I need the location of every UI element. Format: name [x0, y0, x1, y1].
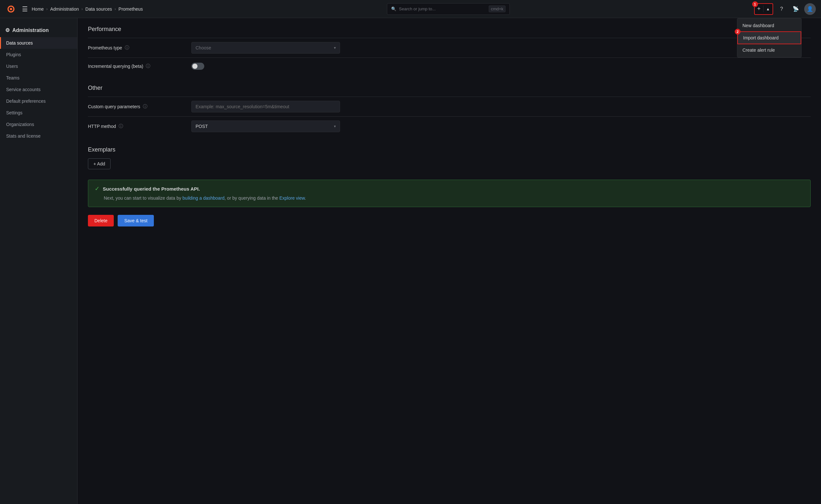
- topbar: ☰ Home › Administration › Data sources ›…: [0, 0, 821, 18]
- menu-item-create-alert-rule[interactable]: Create alert rule: [737, 44, 801, 56]
- action-bar: Delete Save & test: [88, 215, 811, 237]
- sidebar-item-teams[interactable]: Teams: [0, 72, 77, 84]
- grafana-logo: [5, 3, 17, 15]
- gear-icon: ⚙: [5, 27, 10, 33]
- sidebar-title-label: Administration: [12, 27, 49, 33]
- chevron-down-icon: ▲: [763, 7, 773, 11]
- sidebar-item-service-accounts[interactable]: Service accounts: [0, 84, 77, 95]
- menu-item-import-dashboard[interactable]: 2 Import dashboard: [737, 31, 801, 44]
- incremental-querying-info-icon[interactable]: ⓘ: [146, 63, 150, 69]
- add-exemplar-button[interactable]: + Add: [88, 158, 110, 169]
- custom-query-params-info-icon[interactable]: ⓘ: [143, 104, 147, 110]
- http-method-row: HTTP method ⓘ POST ▾: [88, 116, 811, 136]
- http-method-info-icon[interactable]: ⓘ: [119, 123, 123, 129]
- breadcrumb-administration[interactable]: Administration: [50, 6, 79, 12]
- success-body: Next, you can start to visualize data by…: [95, 195, 804, 202]
- check-icon: ✓: [95, 185, 100, 192]
- custom-query-params-label: Custom query parameters ⓘ: [88, 104, 191, 110]
- success-header: ✓ Successfully queried the Prometheus AP…: [95, 185, 804, 192]
- explore-view-link[interactable]: Explore view: [279, 195, 305, 201]
- sidebar-item-stats-and-license[interactable]: Stats and license: [0, 130, 77, 142]
- layout: ⚙ Administration Data sources Plugins Us…: [0, 18, 821, 504]
- sidebar-item-default-preferences[interactable]: Default preferences: [0, 95, 77, 107]
- notifications-button[interactable]: 📡: [790, 3, 802, 15]
- save-test-button[interactable]: Save & test: [118, 215, 154, 226]
- prometheus-type-placeholder: Choose: [195, 45, 211, 50]
- add-button-badge: 1: [752, 1, 758, 7]
- building-dashboard-link[interactable]: building a dashboard: [183, 195, 225, 201]
- prometheus-type-select[interactable]: Choose ▾: [191, 42, 340, 54]
- exemplars-title: Exemplars: [88, 146, 811, 153]
- incremental-querying-row: Incremental querying (beta) ⓘ: [88, 58, 811, 74]
- sidebar-item-data-sources[interactable]: Data sources: [0, 37, 77, 49]
- custom-query-params-row: Custom query parameters ⓘ: [88, 97, 811, 116]
- success-title: Successfully queried the Prometheus API.: [103, 186, 200, 192]
- custom-query-params-control: [191, 101, 340, 112]
- help-button[interactable]: ?: [776, 3, 787, 15]
- search-box[interactable]: 🔍 Search or jump to... cmd+k: [387, 3, 510, 15]
- http-method-chevron-icon: ▾: [334, 124, 336, 129]
- prometheus-type-row: Prometheus type ⓘ Choose ▾: [88, 38, 811, 58]
- performance-section: Performance Prometheus type ⓘ Choose ▾ I…: [88, 26, 811, 74]
- prometheus-type-control: Choose ▾: [191, 42, 340, 54]
- exemplars-section: Exemplars + Add: [88, 146, 811, 169]
- breadcrumb-current: Prometheus: [119, 6, 143, 12]
- performance-title: Performance: [88, 26, 811, 33]
- sidebar-item-organizations[interactable]: Organizations: [0, 119, 77, 130]
- breadcrumb-home[interactable]: Home: [32, 6, 44, 12]
- sidebar-section-title: ⚙ Administration: [0, 23, 77, 37]
- other-section: Other Custom query parameters ⓘ HTTP met…: [88, 85, 811, 136]
- sidebar: ⚙ Administration Data sources Plugins Us…: [0, 18, 78, 504]
- sidebar-item-settings[interactable]: Settings: [0, 107, 77, 119]
- incremental-querying-toggle[interactable]: [191, 63, 204, 70]
- add-button[interactable]: 1 + ▲: [754, 3, 773, 15]
- http-method-select[interactable]: POST ▾: [191, 121, 340, 132]
- http-method-control: POST ▾: [191, 121, 340, 132]
- search-area: 🔍 Search or jump to... cmd+k: [143, 3, 754, 15]
- incremental-querying-label: Incremental querying (beta) ⓘ: [88, 63, 191, 69]
- hamburger-menu[interactable]: ☰: [22, 5, 28, 13]
- breadcrumb-data-sources[interactable]: Data sources: [85, 6, 112, 12]
- other-title: Other: [88, 85, 811, 91]
- incremental-querying-control: [191, 63, 340, 70]
- delete-button[interactable]: Delete: [88, 215, 114, 226]
- search-shortcut: cmd+k: [489, 5, 506, 12]
- success-banner: ✓ Successfully queried the Prometheus AP…: [88, 180, 811, 207]
- chevron-icon: ▾: [334, 46, 336, 50]
- avatar[interactable]: 👤: [804, 3, 816, 15]
- breadcrumb-sep-2: ›: [81, 7, 83, 11]
- sidebar-item-users[interactable]: Users: [0, 60, 77, 72]
- sidebar-item-plugins[interactable]: Plugins: [0, 49, 77, 60]
- main-content: Performance Prometheus type ⓘ Choose ▾ I…: [78, 18, 821, 504]
- prometheus-type-label: Prometheus type ⓘ: [88, 45, 191, 51]
- http-method-label: HTTP method ⓘ: [88, 123, 191, 129]
- search-icon: 🔍: [391, 6, 396, 11]
- breadcrumb-sep-3: ›: [115, 7, 116, 11]
- menu-item-new-dashboard[interactable]: New dashboard: [737, 20, 801, 31]
- breadcrumb: Home › Administration › Data sources › P…: [32, 6, 143, 12]
- import-dashboard-badge: 2: [735, 29, 741, 35]
- dropdown-menu: New dashboard 2 Import dashboard Create …: [737, 18, 802, 58]
- custom-query-params-input[interactable]: [191, 101, 340, 112]
- prometheus-type-info-icon[interactable]: ⓘ: [125, 45, 129, 51]
- breadcrumb-sep-1: ›: [46, 7, 47, 11]
- http-method-value: POST: [195, 124, 208, 129]
- svg-point-1: [10, 8, 12, 10]
- search-placeholder: Search or jump to...: [399, 6, 436, 11]
- topbar-actions: 1 + ▲ ? 📡 👤: [754, 3, 816, 15]
